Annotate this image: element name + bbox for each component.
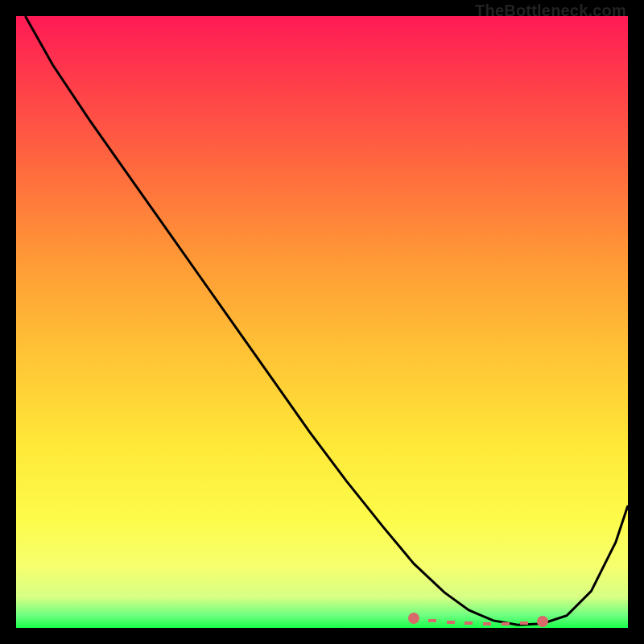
plot-area xyxy=(16,16,628,628)
bottleneck-curve xyxy=(16,16,628,628)
chart-container: TheBottleneck.com xyxy=(0,0,644,644)
